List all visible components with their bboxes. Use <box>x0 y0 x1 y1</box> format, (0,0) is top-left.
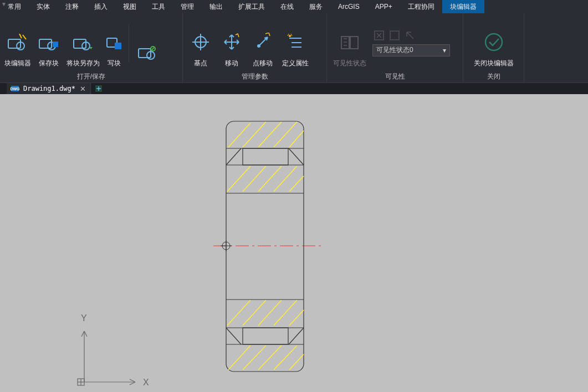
menu-item-online[interactable]: 在线 <box>273 0 301 13</box>
svg-line-52 <box>289 176 304 192</box>
panel-visibility: 可见性状态 可见性状态0 ▾ 可见性 <box>327 13 463 82</box>
svg-rect-9 <box>139 49 151 58</box>
test-block-button[interactable] <box>131 18 162 68</box>
menu-item-arcgis[interactable]: ArcGIS <box>330 0 367 13</box>
svg-line-39 <box>226 328 241 344</box>
visibility-state-combo[interactable]: 可见性状态0 ▾ <box>372 44 450 56</box>
ucs-x-label: X <box>143 378 149 387</box>
close-editor-icon <box>483 31 505 53</box>
svg-line-55 <box>258 300 282 326</box>
point-move-label: 点移动 <box>253 59 273 68</box>
point-move-button[interactable]: 点移动 <box>247 18 278 68</box>
saveas-block-button[interactable]: 将块另存为 <box>64 18 102 68</box>
menu-item-annotate[interactable]: 注释 <box>58 0 86 13</box>
point-move-icon <box>252 31 274 53</box>
vis-state-icon <box>339 31 361 53</box>
svg-rect-36 <box>243 148 288 165</box>
block-editor-button[interactable]: 块编辑器 <box>2 18 33 68</box>
menu-item-block-editor[interactable]: 块编辑器 <box>442 0 484 13</box>
move-label: 移动 <box>225 59 238 68</box>
separator <box>129 24 129 63</box>
panel-title-visibility: 可见性 <box>327 70 463 82</box>
vis-state-label: 可见性状态 <box>333 59 366 68</box>
menu-item-entity[interactable]: 实体 <box>29 0 58 13</box>
panel-empty <box>524 13 588 82</box>
menu-item-output[interactable]: 输出 <box>202 0 231 13</box>
menu-bar: 常用 实体 注释 插入 视图 工具 管理 输出 扩展工具 在线 服务 ArcGI… <box>0 0 588 13</box>
saveas-block-icon <box>72 31 94 53</box>
svg-rect-21 <box>350 37 358 49</box>
panel-manage-params: 基点 移动 点移动 定义属性 管理参数 <box>183 13 327 82</box>
svg-rect-23 <box>390 31 399 40</box>
move-icon <box>221 31 243 53</box>
svg-point-19 <box>289 35 291 37</box>
dwg-file-icon: DWG <box>11 86 19 91</box>
ribbon: 块编辑器 保存块 将块另存为 写块 <box>0 13 588 83</box>
svg-rect-42 <box>243 328 288 344</box>
def-attr-icon <box>284 31 306 53</box>
svg-rect-4 <box>53 42 58 47</box>
visibility-sub-panel: 可见性状态0 ▾ <box>370 30 450 56</box>
close-tab-icon[interactable]: ✕ <box>80 85 86 93</box>
svg-line-49 <box>243 166 266 192</box>
svg-point-24 <box>485 34 502 50</box>
document-tab[interactable]: DWG Drawing1.dwg* ✕ <box>7 83 91 94</box>
svg-line-40 <box>289 328 304 344</box>
panel-title-open-save: 打开/保存 <box>0 70 182 82</box>
visibility-state-value: 可见性状态0 <box>376 45 413 55</box>
svg-line-54 <box>243 300 266 326</box>
svg-line-43 <box>228 123 250 147</box>
menu-item-appplus[interactable]: APP+ <box>367 0 400 13</box>
saveas-block-label: 将块另存为 <box>67 59 100 68</box>
menu-item-ext-tools[interactable]: 扩展工具 <box>231 0 273 13</box>
panel-open-save: 块编辑器 保存块 将块另存为 写块 <box>0 13 183 82</box>
svg-line-62 <box>289 354 304 370</box>
panel-close: 关闭块编辑器 关闭 <box>463 13 524 82</box>
svg-line-59 <box>243 345 266 370</box>
chevron-down-icon: ▾ <box>443 47 446 54</box>
svg-line-58 <box>228 345 250 370</box>
document-tab-filename: Drawing1.dwg* <box>23 85 75 92</box>
vis-tool-2-icon[interactable] <box>389 30 400 41</box>
basepoint-button[interactable]: 基点 <box>185 18 216 68</box>
menu-item-tools[interactable]: 工具 <box>144 0 173 13</box>
svg-line-61 <box>274 345 297 370</box>
menu-item-insert[interactable]: 插入 <box>86 0 115 13</box>
vis-tool-3-icon[interactable] <box>405 30 416 41</box>
move-button[interactable]: 移动 <box>216 18 247 68</box>
svg-rect-8 <box>115 43 121 49</box>
svg-line-44 <box>243 122 266 147</box>
save-block-icon <box>38 31 60 53</box>
menu-item-manage[interactable]: 管理 <box>173 0 202 13</box>
svg-line-33 <box>226 148 241 165</box>
write-block-icon <box>103 31 125 53</box>
block-editor-icon <box>7 31 29 53</box>
new-tab-button[interactable] <box>93 83 104 94</box>
save-block-label: 保存块 <box>39 59 59 68</box>
ucs-icon <box>78 331 135 385</box>
close-editor-label: 关闭块编辑器 <box>474 59 514 68</box>
panel-title-manage-params: 管理参数 <box>183 70 326 82</box>
menu-item-service[interactable]: 服务 <box>301 0 330 13</box>
menu-item-collab[interactable]: 工程协同 <box>400 0 442 13</box>
test-block-icon <box>136 40 158 63</box>
vis-tool-1-icon[interactable] <box>374 30 385 41</box>
svg-rect-5 <box>74 39 86 48</box>
document-tab-strip: ▼ DWG Drawing1.dwg* ✕ <box>0 83 588 94</box>
tab-menu-marker[interactable]: ▼ <box>1 1 7 7</box>
save-block-button[interactable]: 保存块 <box>33 18 64 68</box>
drawing-canvas[interactable]: X Y <box>0 94 588 392</box>
svg-rect-0 <box>8 39 21 48</box>
menu-item-view[interactable]: 视图 <box>115 0 144 13</box>
ucs-y-label: Y <box>81 313 87 323</box>
svg-line-34 <box>289 148 304 165</box>
svg-line-51 <box>274 166 297 192</box>
write-block-label: 写块 <box>108 59 121 68</box>
svg-line-46 <box>274 122 297 147</box>
close-editor-button[interactable]: 关闭块编辑器 <box>469 18 518 68</box>
drawing-content: X Y <box>0 94 588 392</box>
svg-line-60 <box>258 345 282 370</box>
block-editor-label: 块编辑器 <box>4 59 31 68</box>
write-block-button[interactable]: 写块 <box>102 18 126 68</box>
def-attr-button[interactable]: 定义属性 <box>278 18 313 68</box>
